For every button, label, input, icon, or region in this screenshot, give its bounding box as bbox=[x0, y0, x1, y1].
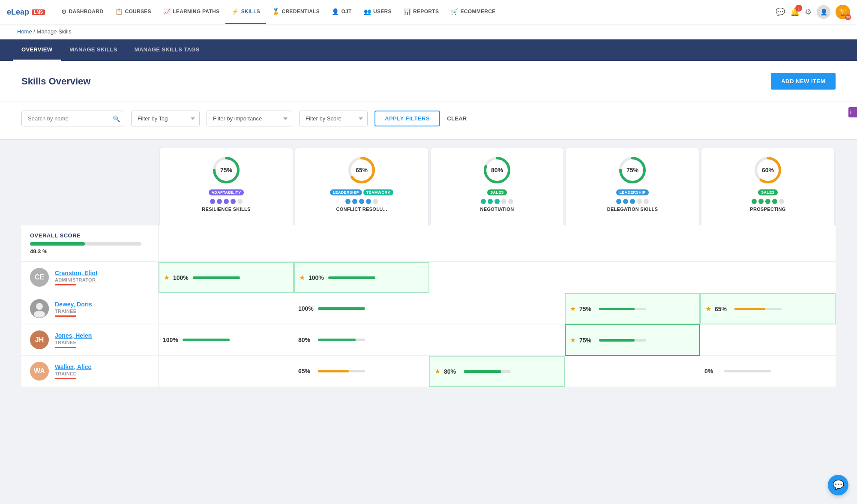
learning-paths-icon: 📈 bbox=[163, 8, 171, 15]
dot-2-4 bbox=[508, 199, 513, 204]
skill-circle-1: 65% bbox=[347, 155, 377, 185]
skill-pct-4: 60% bbox=[762, 167, 774, 174]
skill-tag-1-0: LEADERSHIP bbox=[330, 189, 362, 195]
user-name-2[interactable]: Jones, Helen bbox=[55, 332, 92, 339]
logo[interactable]: eLeap LMS bbox=[7, 8, 45, 17]
skill-pct-0: 75% bbox=[220, 167, 232, 174]
filter-score-select[interactable]: Filter by Score bbox=[299, 111, 368, 126]
overall-skill-2 bbox=[429, 225, 565, 262]
skill-tag-2-0: SALES bbox=[487, 189, 507, 195]
breadcrumb-current: Manage Skills bbox=[37, 28, 72, 35]
nav-item-ecommerce[interactable]: 🛒 ECOMMERCE bbox=[445, 0, 501, 24]
side-info-tab[interactable]: i bbox=[848, 107, 857, 117]
notification-icon[interactable]: 🔔 1 bbox=[790, 7, 800, 17]
nav-item-learning-paths[interactable]: 📈 LEARNING PATHS bbox=[157, 0, 225, 24]
skill-card-0: 75% ADAPTABILITY RESILIENCE SKILLS bbox=[160, 148, 293, 225]
nav-item-users[interactable]: 👥 USERS bbox=[358, 0, 398, 24]
score-pct-2-0: 100% bbox=[163, 336, 179, 343]
skill-pct-3: 75% bbox=[626, 167, 638, 174]
dot-2-2 bbox=[494, 199, 500, 204]
skill-pct-1: 65% bbox=[356, 167, 368, 174]
tab-manage-tags[interactable]: MANAGE SKILLS TAGS bbox=[126, 39, 208, 61]
filter-importance-select[interactable]: Filter by importance bbox=[207, 111, 292, 126]
user-col-header bbox=[21, 148, 159, 225]
score-cell-1-1: 100% bbox=[294, 293, 429, 324]
user-name-1[interactable]: Dewey, Doris bbox=[55, 301, 92, 308]
skill-tag-0-0: ADAPTABILITY bbox=[209, 189, 244, 195]
skills-table: 75% ADAPTABILITY RESILIENCE SKILLS bbox=[21, 148, 836, 387]
overall-skill-1 bbox=[294, 225, 429, 262]
score-pct-2-1: 80% bbox=[298, 336, 315, 343]
tab-overview[interactable]: OVERVIEW bbox=[13, 39, 61, 61]
page-header: Skills Overview ADD NEW ITEM bbox=[0, 61, 857, 102]
nav-item-ojt[interactable]: 👤 OJT bbox=[326, 0, 358, 24]
filter-tag-select[interactable]: Filter by Tag bbox=[131, 111, 200, 126]
settings-icon[interactable]: ⚙ bbox=[805, 7, 812, 17]
skill-name-4: PROSPECTING bbox=[750, 207, 785, 212]
chat-nav-icon[interactable]: 💬 bbox=[776, 7, 785, 17]
dot-3-0 bbox=[616, 199, 621, 204]
score-cell-1-4: ★ 65% bbox=[700, 293, 836, 324]
user-row-3: WA Walker, Alice TRAINEE 65% bbox=[21, 356, 836, 387]
skill-col-header-2: 80% SALES NEGOTIATION bbox=[429, 148, 565, 225]
overall-bar-wrap bbox=[30, 242, 150, 246]
user-avatar-3: WA bbox=[30, 362, 49, 381]
user-avatar-2: JH bbox=[30, 330, 49, 349]
user-cell-3: WA Walker, Alice TRAINEE bbox=[21, 356, 159, 387]
score-cell-2-3: ★ 75% bbox=[565, 324, 700, 356]
courses-icon: 📋 bbox=[115, 8, 123, 15]
star-1-4: ★ bbox=[705, 305, 711, 313]
nav-item-courses[interactable]: 📋 COURSES bbox=[109, 0, 157, 24]
score-pct-1-4: 65% bbox=[715, 306, 731, 312]
user-role-0: ADMINISTRATOR bbox=[55, 277, 98, 282]
user-red-bar-0 bbox=[55, 284, 76, 285]
tab-manage-skills[interactable]: MANAGE SKILLS bbox=[61, 39, 126, 61]
clear-filters-button[interactable]: CLEAR bbox=[447, 115, 467, 122]
svg-point-12 bbox=[34, 311, 45, 318]
user-info-3: Walker, Alice TRAINEE bbox=[55, 363, 91, 379]
search-input[interactable] bbox=[21, 111, 124, 126]
user-name-3[interactable]: Walker, Alice bbox=[55, 363, 91, 370]
nav-right-actions: 💬 🔔 1 ⚙ 👤 🏆 30 bbox=[776, 5, 850, 19]
dot-0-1 bbox=[217, 199, 222, 204]
score-pct-2-3: 75% bbox=[579, 337, 596, 344]
add-new-item-button[interactable]: ADD NEW ITEM bbox=[771, 73, 836, 90]
nav-item-skills[interactable]: ⚡ SKILLS bbox=[225, 0, 266, 24]
dot-4-3 bbox=[772, 199, 777, 204]
trophy-icon[interactable]: 🏆 30 bbox=[836, 5, 850, 19]
dot-1-4 bbox=[373, 199, 378, 204]
skill-pct-2: 80% bbox=[491, 167, 503, 174]
nav-item-credentials[interactable]: 🏅 CREDENTIALS bbox=[266, 0, 326, 24]
user-info-0: Cranston, Eliot ADMINISTRATOR bbox=[55, 270, 98, 285]
reports-icon: 📊 bbox=[404, 8, 411, 15]
skill-col-header-4: 60% SALES PROSPECTING bbox=[700, 148, 836, 225]
score-cell-2-0: 100% bbox=[159, 324, 294, 356]
users-icon: 👥 bbox=[364, 8, 371, 15]
svg-point-11 bbox=[36, 303, 43, 310]
star-3-2: ★ bbox=[434, 367, 440, 375]
search-icon[interactable]: 🔍 bbox=[113, 115, 120, 122]
nav-item-reports[interactable]: 📊 REPORTS bbox=[398, 0, 445, 24]
nav-label-courses: COURSES bbox=[125, 9, 151, 15]
nav-item-dashboard[interactable]: ⊙ DASHBOARD bbox=[55, 0, 109, 24]
user-red-bar-3 bbox=[55, 378, 76, 379]
breadcrumb-home[interactable]: Home bbox=[17, 28, 32, 35]
dot-3-1 bbox=[623, 199, 628, 204]
user-avatar-nav[interactable]: 👤 bbox=[817, 5, 830, 19]
score-cell-3-4: 0% bbox=[700, 356, 836, 387]
logo-lms-badge: LMS bbox=[32, 9, 45, 15]
user-name-0[interactable]: Cranston, Eliot bbox=[55, 270, 98, 276]
user-info-2: Jones, Helen TRAINEE bbox=[55, 332, 92, 348]
score-cell-0-1: ★ 100% bbox=[294, 262, 429, 293]
score-cell-1-0 bbox=[159, 293, 294, 324]
user-cell-1: Dewey, Doris TRAINEE bbox=[21, 293, 159, 324]
dot-1-1 bbox=[352, 199, 357, 204]
dot-4-4 bbox=[779, 199, 784, 204]
dot-3-2 bbox=[630, 199, 635, 204]
notification-badge: 1 bbox=[795, 5, 802, 12]
dot-2-1 bbox=[488, 199, 493, 204]
apply-filters-button[interactable]: APPLY FILTERS bbox=[375, 111, 440, 126]
dot-3-3 bbox=[637, 199, 642, 204]
score-cell-3-2: ★ 80% bbox=[429, 356, 565, 387]
score-cell-0-0: ★ 100% bbox=[159, 262, 294, 293]
